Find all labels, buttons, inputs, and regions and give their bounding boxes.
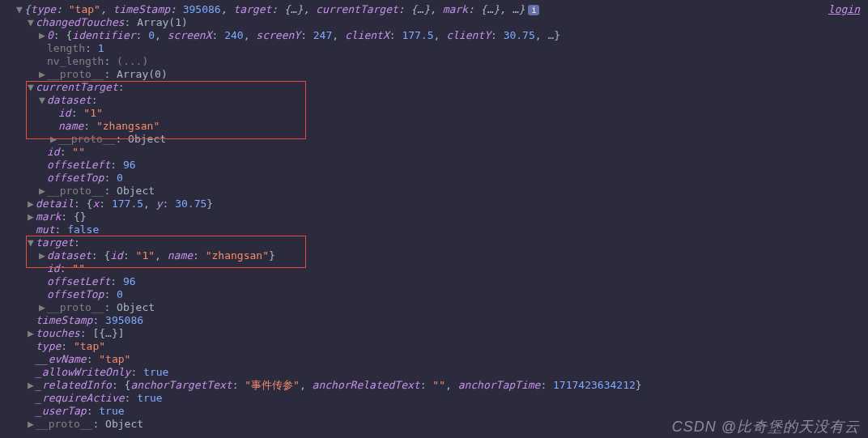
target-dataset-row[interactable]: ▶dataset: {id: "1", name: "zhangsan"}: [16, 249, 868, 262]
proto-row[interactable]: ▶__proto__: Object: [16, 301, 868, 314]
dataset-name-row: name: "zhangsan": [16, 120, 868, 133]
chevron-down-icon[interactable]: ▼: [28, 236, 36, 249]
watermark: CSDN @比奇堡的天没有云: [672, 420, 860, 433]
length-row: length: 1: [16, 42, 868, 55]
offsettop-row: offsetTop: 0: [16, 288, 868, 301]
detail-row[interactable]: ▶detail: {x: 177.5, y: 30.75}: [16, 198, 868, 210]
proto-row[interactable]: ▶__proto__: Object: [16, 185, 868, 198]
evname-row: __evName: "tap": [16, 353, 868, 366]
offsetleft-row: offsetLeft: 96: [16, 275, 868, 288]
requireactive-row: _requireActive: true: [16, 392, 868, 405]
usertap-row: _userTap: true: [16, 405, 868, 418]
chevron-down-icon[interactable]: ▼: [16, 3, 24, 16]
id-row: id: "": [16, 146, 868, 159]
offsettop-row: offsetTop: 0: [16, 172, 868, 185]
chevron-right-icon[interactable]: ▶: [28, 210, 36, 223]
currenttarget-row[interactable]: ▼currentTarget:: [16, 81, 868, 94]
id-row: id: "": [16, 262, 868, 275]
dataset-row[interactable]: ▼dataset:: [16, 94, 868, 107]
chevron-down-icon[interactable]: ▼: [28, 16, 36, 29]
dataset-id-row: id: "1": [16, 107, 868, 120]
chevron-right-icon[interactable]: ▶: [28, 418, 36, 431]
nv-length-row[interactable]: nv_length: (...): [16, 55, 868, 68]
chevron-right-icon[interactable]: ▶: [39, 29, 47, 42]
chevron-right-icon[interactable]: ▶: [28, 198, 36, 210]
proto-row[interactable]: ▶__proto__: Object: [16, 133, 868, 146]
timestamp-row: timeStamp: 395086: [16, 314, 868, 327]
object-tree: ▼{type: "tap", timeStamp: 395086, target…: [0, 0, 868, 431]
changedtouches-item0[interactable]: ▶0: {identifier: 0, screenX: 240, screen…: [16, 29, 868, 42]
proto-row[interactable]: ▶__proto__: Array(0): [16, 68, 868, 81]
root-summary[interactable]: ▼{type: "tap", timeStamp: 395086, target…: [16, 3, 868, 16]
offsetleft-row: offsetLeft: 96: [16, 159, 868, 172]
chevron-down-icon[interactable]: ▼: [28, 81, 36, 94]
info-badge-icon[interactable]: i: [528, 5, 539, 15]
chevron-down-icon[interactable]: ▼: [39, 94, 47, 107]
allowwriteonly-row: _allowWriteOnly: true: [16, 366, 868, 379]
mut-row: mut: false: [16, 223, 868, 236]
chevron-right-icon[interactable]: ▶: [39, 185, 47, 198]
chevron-right-icon[interactable]: ▶: [39, 301, 47, 314]
chevron-right-icon[interactable]: ▶: [50, 133, 58, 146]
chevron-right-icon[interactable]: ▶: [39, 68, 47, 81]
chevron-right-icon[interactable]: ▶: [28, 379, 36, 392]
changedtouches-row[interactable]: ▼changedTouches: Array(1): [16, 16, 868, 29]
chevron-right-icon[interactable]: ▶: [39, 249, 47, 262]
touches-row[interactable]: ▶touches: [{…}]: [16, 327, 868, 340]
target-row[interactable]: ▼target:: [16, 236, 868, 249]
relatedinfo-row[interactable]: ▶_relatedInfo: {anchorTargetText: "事件传参"…: [16, 379, 868, 392]
type-row: type: "tap": [16, 340, 868, 353]
mark-row[interactable]: ▶mark: {}: [16, 210, 868, 223]
chevron-right-icon[interactable]: ▶: [28, 327, 36, 340]
